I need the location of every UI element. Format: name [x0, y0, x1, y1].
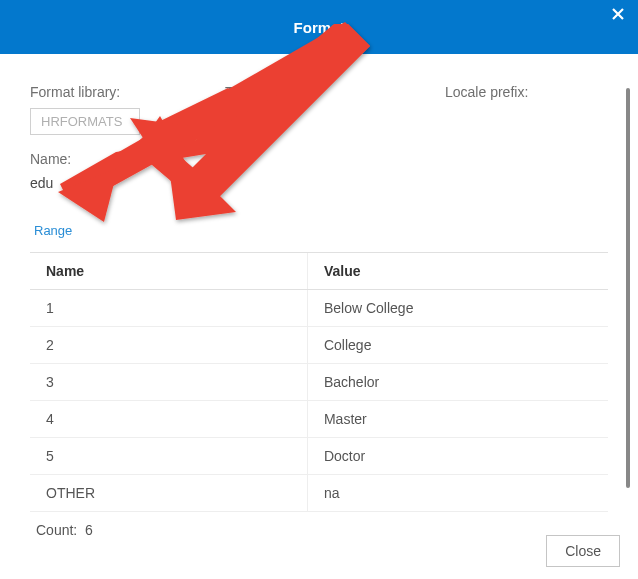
table-row: 4 Master — [30, 401, 608, 438]
table-row: 2 College — [30, 327, 608, 364]
count-value: 6 — [85, 522, 93, 538]
info-row: Format library: HRFORMATS Type: Numeric … — [30, 84, 608, 135]
cell-value: College — [307, 327, 608, 364]
cell-name: 3 — [30, 364, 307, 401]
locale-prefix-label: Locale prefix: — [445, 84, 608, 100]
table-row: 5 Doctor — [30, 438, 608, 475]
type-value: Numeric — [225, 108, 445, 124]
name-value: edu — [30, 175, 608, 191]
name-section: Name: edu — [30, 151, 608, 191]
cell-value: na — [307, 475, 608, 512]
dialog-body: Format library: HRFORMATS Type: Numeric … — [0, 54, 638, 558]
name-label: Name: — [30, 151, 608, 167]
cell-value: Master — [307, 401, 608, 438]
cell-value: Doctor — [307, 438, 608, 475]
table-row: 1 Below College — [30, 290, 608, 327]
close-button[interactable]: Close — [546, 535, 620, 567]
cell-name: OTHER — [30, 475, 307, 512]
format-library-input[interactable]: HRFORMATS — [30, 108, 140, 135]
col-header-value: Value — [307, 253, 608, 290]
count-row: Count: 6 — [30, 512, 608, 548]
count-label: Count: — [36, 522, 77, 538]
cell-value: Below College — [307, 290, 608, 327]
scrollbar[interactable] — [626, 88, 630, 488]
col-header-name: Name — [30, 253, 307, 290]
dialog-title: Format — [294, 19, 345, 36]
cell-name: 1 — [30, 290, 307, 327]
cell-name: 4 — [30, 401, 307, 438]
tab-range[interactable]: Range — [30, 215, 76, 248]
cell-name: 5 — [30, 438, 307, 475]
dialog-header: Format — [0, 0, 638, 54]
table-row: 3 Bachelor — [30, 364, 608, 401]
table-row: OTHER na — [30, 475, 608, 512]
close-icon[interactable] — [612, 6, 624, 24]
cell-name: 2 — [30, 327, 307, 364]
tab-bar: Range — [30, 215, 608, 248]
cell-value: Bachelor — [307, 364, 608, 401]
type-label: Type: — [225, 84, 445, 100]
dialog-footer: Close — [546, 535, 620, 567]
format-library-label: Format library: — [30, 84, 225, 100]
range-table: Name Value 1 Below College 2 College 3 B… — [30, 252, 608, 548]
